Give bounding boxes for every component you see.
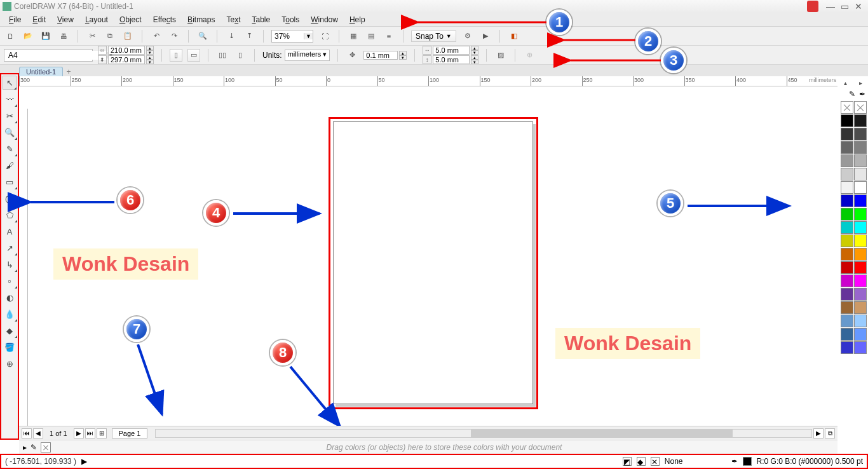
vertical-ruler[interactable] [19,109,28,426]
menu-help[interactable]: Help [344,14,370,25]
color-swatch[interactable] [854,261,867,274]
color-swatch[interactable] [841,315,853,327]
nudge-input[interactable] [363,51,398,60]
parallel-dimension-tool[interactable]: ↗ [3,241,17,255]
zoom-input[interactable] [272,32,304,41]
color-swatch[interactable] [841,341,853,354]
drop-shadow-tool[interactable]: ▫ [3,274,17,288]
add-page-frame-icon[interactable]: ⊕ [523,49,536,62]
minimize-button[interactable]: — [824,1,837,11]
rectangle-tool[interactable]: ▭ [3,175,17,189]
color-swatch[interactable] [854,275,867,287]
color-swatch[interactable] [854,328,867,341]
copy-icon[interactable]: ⧉ [104,30,116,43]
menu-table[interactable]: Table [247,14,276,25]
menu-view[interactable]: View [52,14,79,25]
object-info-icon[interactable]: ▶ [81,457,87,466]
print-icon[interactable]: 🖶 [57,30,70,43]
pick-tool[interactable]: ↖ [3,76,17,90]
user-account-icon[interactable] [807,1,818,12]
color-swatch[interactable] [841,221,853,234]
color-swatch[interactable] [854,154,867,167]
outline-color-swatch[interactable] [743,457,752,466]
color-swatch[interactable] [841,234,853,247]
launch-icon[interactable]: ▶ [479,30,492,43]
fill-indicator-icon[interactable]: ◩ [623,457,632,466]
options-icon[interactable]: ⚙ [461,30,474,43]
text-tool[interactable]: A [3,224,17,238]
document-palette[interactable]: ▸ ✎ Drag colors (or objects) here to sto… [19,440,837,454]
color-swatch[interactable] [854,194,867,207]
palette-flyout-icon[interactable]: ▸ [853,79,868,88]
current-page-icon[interactable]: ▯ [234,49,247,62]
document-tab[interactable]: Untitled-1 [19,67,63,76]
palette-scroll-up-icon[interactable]: ▴ [837,79,853,88]
color-swatch[interactable] [841,114,853,127]
palette-options-icon[interactable]: ⧉ [825,428,835,438]
dupy-input[interactable] [433,55,470,64]
ellipse-tool[interactable]: ◯ [3,191,17,205]
app-launcher-icon[interactable]: ◧ [508,30,520,43]
page-height-input[interactable] [108,55,145,64]
close-button[interactable]: ✕ [851,1,865,11]
color-swatch[interactable] [854,141,867,154]
crop-tool[interactable]: ✂ [3,109,17,123]
docpal-flyout-icon[interactable]: ▸ [23,443,27,452]
connector-tool[interactable]: ↳ [3,257,17,271]
treat-as-filled-icon[interactable]: ▨ [494,49,507,62]
color-swatch[interactable] [854,181,867,194]
next-page-icon[interactable]: ▶ [74,428,84,438]
color-swatch[interactable] [854,128,867,140]
redo-icon[interactable]: ↷ [168,30,180,43]
quick-customize-icon[interactable]: ⊕ [3,357,17,370]
eyedropper-icon[interactable]: ✎ [849,90,855,99]
freehand-tool[interactable]: ✎ [3,142,17,156]
new-icon[interactable]: 🗋 [4,30,17,43]
interactive-fill-tool[interactable]: ◆ [3,323,17,337]
artistic-media-tool[interactable]: 🖌 [3,158,17,172]
zoom-dropdown-icon[interactable]: ▼ [304,33,313,39]
menu-effects[interactable]: Effects [148,14,181,25]
color-swatch[interactable] [841,328,853,341]
shape-tool[interactable]: 〰 [3,92,17,106]
grid-icon[interactable]: ▤ [365,30,377,43]
horizontal-scrollbar[interactable] [155,429,812,438]
snap-to-dropdown[interactable]: Snap To▼ [411,31,456,42]
save-icon[interactable]: 💾 [39,30,52,43]
rulers-icon[interactable]: ▦ [347,30,360,43]
zoom-tool[interactable]: 🔍 [3,125,17,139]
polygon-tool[interactable]: ⬠ [3,208,17,222]
drawing-page[interactable] [333,121,533,404]
color-swatch[interactable] [841,261,853,274]
docpal-no-color[interactable] [41,442,51,452]
menu-layout[interactable]: Layout [80,14,113,25]
color-eyedropper-tool[interactable]: 💧 [3,307,17,321]
outline-pen-icon[interactable]: ✒ [731,457,738,466]
add-document-icon[interactable]: + [63,67,74,76]
color-swatch[interactable] [854,248,867,261]
transparency-tool[interactable]: ◐ [3,290,17,304]
open-icon[interactable]: 📂 [22,30,34,43]
color-swatch[interactable] [841,141,853,154]
page-width-input[interactable] [108,46,145,55]
no-fill-icon[interactable]: ✕ [651,457,660,466]
smart-fill-tool[interactable]: 🪣 [3,340,17,354]
maximize-button[interactable]: ▭ [837,1,851,11]
menu-bitmaps[interactable]: Bitmaps [182,14,220,25]
color-swatch[interactable] [841,301,853,314]
color-swatch[interactable] [854,221,867,234]
paste-icon[interactable]: 📋 [121,30,134,43]
color-swatch[interactable] [841,248,853,261]
color-swatch[interactable] [841,208,853,221]
landscape-icon[interactable]: ▭ [187,49,200,62]
export-icon[interactable]: ⤒ [243,30,255,43]
guidelines-icon[interactable]: ≡ [383,30,395,43]
menu-text[interactable]: Text [221,14,245,25]
search-icon[interactable]: 🔍 [196,30,209,43]
color-swatch[interactable] [841,288,853,301]
fullscreen-icon[interactable]: ⛶ [318,30,331,43]
menu-file[interactable]: File [4,14,26,25]
add-page-icon[interactable]: ⊞ [97,428,107,438]
units-select[interactable]: millimeters ▾ [285,50,330,61]
color-swatch[interactable] [854,114,867,127]
